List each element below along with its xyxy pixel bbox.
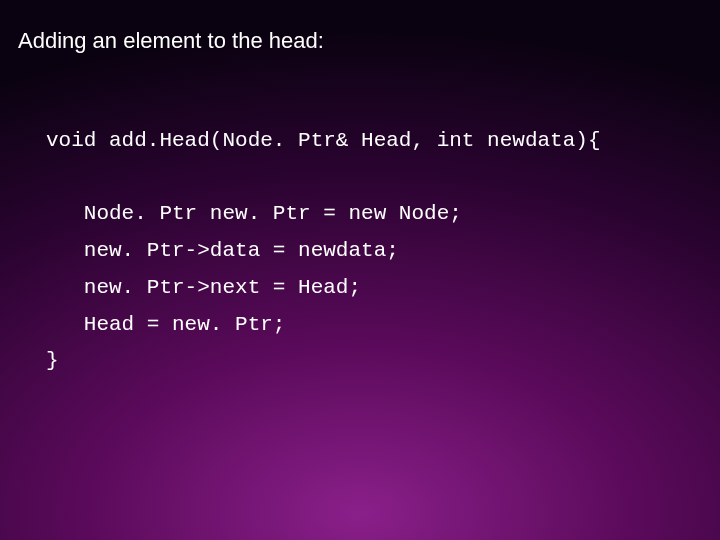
code-line-5: Head = new. Ptr; — [46, 313, 285, 336]
slide-title: Adding an element to the head: — [18, 28, 324, 54]
code-line-6: } — [46, 349, 59, 372]
code-line-4: new. Ptr->next = Head; — [46, 276, 361, 299]
code-line-3: new. Ptr->data = newdata; — [46, 239, 399, 262]
code-line-1: void add.Head(Node. Ptr& Head, int newda… — [46, 129, 601, 152]
code-line-2: Node. Ptr new. Ptr = new Node; — [46, 202, 462, 225]
code-block: void add.Head(Node. Ptr& Head, int newda… — [46, 86, 601, 380]
